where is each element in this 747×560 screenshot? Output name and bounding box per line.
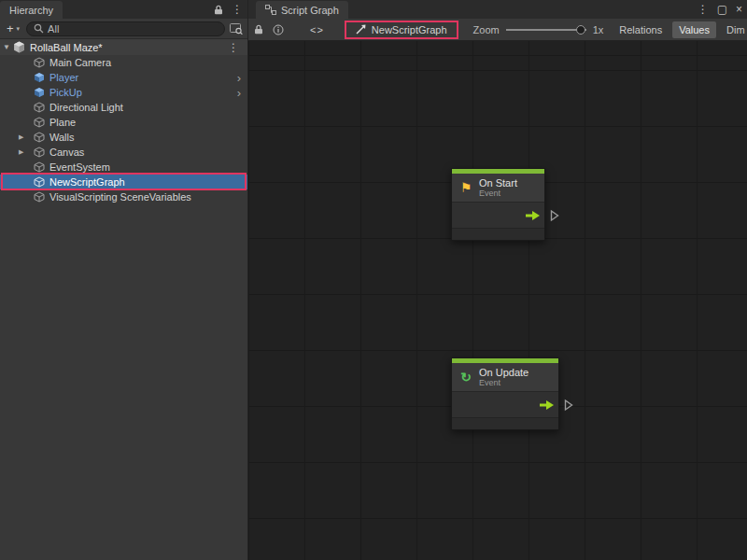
node-ports-row <box>452 202 544 228</box>
item-label: Player <box>49 72 78 83</box>
item-label: PickUp <box>49 87 82 98</box>
code-view-icon[interactable]: <> <box>310 24 324 35</box>
output-port-icon[interactable] <box>564 399 573 411</box>
gameobject-icon <box>34 117 45 128</box>
node-header[interactable]: ↻ On Update Event <box>452 363 558 391</box>
gameobject-icon <box>34 147 45 158</box>
node-footer <box>452 417 558 429</box>
item-label: VisualScripting SceneVariables <box>49 191 191 203</box>
foldout-closed-icon[interactable]: ▶ <box>19 133 23 141</box>
node-subtitle: Event <box>479 189 517 198</box>
search-window-icon[interactable] <box>230 23 243 35</box>
info-icon[interactable] <box>273 24 284 35</box>
foldout-closed-icon[interactable]: ▶ <box>19 148 23 156</box>
hierarchy-toolbar: + ▾ All <box>0 19 247 39</box>
node-ports-row <box>452 391 558 417</box>
node-on-update[interactable]: ↻ On Update Event <box>451 357 559 430</box>
foldout-open-icon[interactable]: ▼ <box>0 43 13 51</box>
unity-scene-icon <box>13 41 25 53</box>
node-footer <box>452 228 544 240</box>
hierarchy-panel: Hierarchy ⋮ + ▾ All ▼ R <box>0 0 247 560</box>
zoom-slider-handle[interactable] <box>576 25 585 35</box>
hierarchy-item-canvas[interactable]: ▶ Canvas <box>0 145 247 160</box>
hierarchy-item-visualscripting-scenevariables[interactable]: VisualScripting SceneVariables <box>0 189 247 204</box>
gameobject-icon <box>34 102 45 113</box>
breadcrumb-annotation-box: NewScriptGraph <box>345 21 458 39</box>
relations-button[interactable]: Relations <box>613 21 669 38</box>
hierarchy-item-pickup[interactable]: PickUp › <box>0 85 247 100</box>
zoom-slider[interactable] <box>506 29 586 31</box>
hierarchy-item-eventsystem[interactable]: EventSystem <box>0 160 247 175</box>
breadcrumb[interactable]: NewScriptGraph <box>372 24 447 35</box>
hierarchy-item-plane[interactable]: Plane <box>0 115 247 130</box>
close-icon[interactable]: × <box>736 4 742 15</box>
item-label: Walls <box>49 132 74 143</box>
hierarchy-item-player[interactable]: Player › <box>0 70 247 85</box>
values-button[interactable]: Values <box>672 21 716 38</box>
chevron-right-icon[interactable]: › <box>237 87 241 99</box>
flow-output-arrow-icon[interactable] <box>526 211 540 220</box>
tab-hierarchy-label: Hierarchy <box>9 5 53 16</box>
hierarchy-item-walls[interactable]: ▶ Walls <box>0 130 247 145</box>
chevron-down-icon: ▾ <box>17 25 21 33</box>
hierarchy-item-directional-light[interactable]: Directional Light <box>0 100 247 115</box>
gameobject-icon <box>34 132 45 143</box>
node-on-start[interactable]: ⚑ On Start Event <box>451 168 545 241</box>
prefab-icon <box>34 72 45 83</box>
window-menu-icon[interactable]: ⋮ <box>698 4 709 15</box>
graph-toolbar: <> NewScriptGraph Zoom 1x Relations Valu… <box>248 19 747 41</box>
hierarchy-tree: ▼ RollaBall Maze* ⋮ Main Camera Player ›… <box>0 39 247 204</box>
hierarchy-search-input[interactable]: All <box>26 21 225 36</box>
item-label: Directional Light <box>49 102 123 113</box>
search-icon <box>34 23 44 34</box>
node-title: On Start <box>479 177 517 189</box>
search-filter-text: All <box>48 23 59 35</box>
item-label: Canvas <box>49 147 84 158</box>
script-graph-asset-icon <box>356 24 366 35</box>
hierarchy-menu-icon[interactable]: ⋮ <box>232 4 243 15</box>
maximize-icon[interactable]: ▢ <box>717 4 727 15</box>
chevron-right-icon[interactable]: › <box>237 72 241 84</box>
graph-tabbar: Script Graph ⋮ ▢ × <box>248 0 747 19</box>
gameobject-icon <box>34 176 45 188</box>
gameobject-icon <box>34 161 45 173</box>
output-port-icon[interactable] <box>550 209 559 221</box>
tab-script-graph-label: Script Graph <box>281 5 339 16</box>
hierarchy-tabbar: Hierarchy ⋮ <box>0 0 247 19</box>
graph-tab-icon <box>265 5 276 15</box>
hierarchy-item-newscriptgraph[interactable]: NewScriptGraph <box>0 175 247 189</box>
item-label: Main Camera <box>49 57 111 68</box>
scene-menu-icon[interactable]: ⋮ <box>228 41 239 54</box>
scene-header-row[interactable]: ▼ RollaBall Maze* ⋮ <box>0 39 247 55</box>
flow-output-arrow-icon[interactable] <box>540 400 554 410</box>
loop-icon: ↻ <box>458 371 473 384</box>
add-gameobject-button[interactable]: + ▾ <box>5 21 21 35</box>
tab-script-graph[interactable]: Script Graph <box>256 1 348 19</box>
prefab-icon <box>34 87 45 98</box>
node-header[interactable]: ⚑ On Start Event <box>452 174 544 202</box>
node-title: On Update <box>479 367 529 378</box>
dim-button[interactable]: Dim <box>720 21 747 38</box>
hierarchy-item-main-camera[interactable]: Main Camera <box>0 55 247 70</box>
node-subtitle: Event <box>479 378 529 387</box>
graph-canvas[interactable]: ⚑ On Start Event ↻ On Up <box>248 41 747 560</box>
scene-name: RollaBall Maze* <box>30 42 103 53</box>
gameobject-icon <box>34 191 45 203</box>
zoom-label: Zoom <box>473 24 500 35</box>
gameobject-icon <box>34 57 45 68</box>
tab-hierarchy[interactable]: Hierarchy <box>0 1 63 19</box>
item-label: NewScriptGraph <box>49 176 125 188</box>
lock-icon[interactable] <box>214 5 223 15</box>
item-label: EventSystem <box>49 161 110 173</box>
script-graph-panel: Script Graph ⋮ ▢ × <> NewScriptGraph Zoo… <box>247 0 747 560</box>
flag-icon: ⚑ <box>458 181 473 194</box>
zoom-value: 1x <box>593 24 604 35</box>
add-label: + <box>7 21 14 35</box>
lock-icon[interactable] <box>254 24 263 35</box>
item-label: Plane <box>49 117 76 128</box>
